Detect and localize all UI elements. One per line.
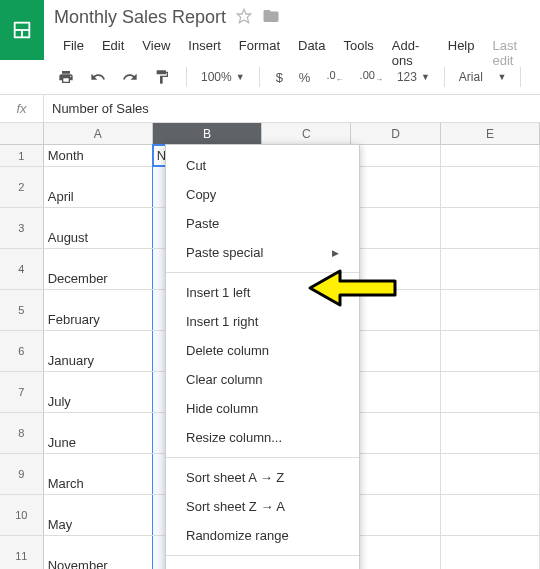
- currency-format-button[interactable]: $: [270, 66, 289, 89]
- chevron-down-icon: ▼: [498, 72, 507, 82]
- cell[interactable]: [351, 167, 441, 207]
- cell[interactable]: [441, 290, 540, 330]
- font-dropdown[interactable]: Arial ▼: [455, 70, 511, 84]
- cell[interactable]: [351, 536, 441, 569]
- print-icon[interactable]: [52, 65, 80, 89]
- cell[interactable]: [441, 167, 540, 207]
- row-header[interactable]: 5: [0, 290, 44, 330]
- cell[interactable]: [441, 495, 540, 535]
- col-header-d[interactable]: D: [351, 123, 440, 144]
- context-paste-special-label: Paste special: [186, 245, 263, 260]
- sheets-logo[interactable]: [0, 0, 44, 60]
- cell[interactable]: [441, 536, 540, 569]
- context-cut[interactable]: Cut: [166, 151, 359, 180]
- zoom-value: 100%: [201, 70, 232, 84]
- cell[interactable]: July: [44, 372, 153, 412]
- context-resize-column[interactable]: Resize column...: [166, 423, 359, 452]
- context-clear-column[interactable]: Clear column: [166, 365, 359, 394]
- row-header[interactable]: 7: [0, 372, 44, 412]
- cell[interactable]: [441, 249, 540, 289]
- col-header-a[interactable]: A: [44, 123, 153, 144]
- cell[interactable]: [351, 145, 440, 166]
- zoom-dropdown[interactable]: 100% ▼: [197, 70, 249, 84]
- row-header[interactable]: 6: [0, 331, 44, 371]
- menu-separator: [166, 555, 359, 556]
- fx-label: fx: [0, 95, 44, 122]
- menu-addons[interactable]: Add-ons: [383, 34, 439, 72]
- folder-icon[interactable]: [262, 7, 280, 28]
- cell[interactable]: June: [44, 413, 153, 453]
- row-header[interactable]: 9: [0, 454, 44, 494]
- row-header[interactable]: 3: [0, 208, 44, 248]
- cell[interactable]: [351, 331, 441, 371]
- select-all-corner[interactable]: [0, 123, 44, 144]
- cell[interactable]: January: [44, 331, 153, 371]
- svg-marker-4: [237, 9, 250, 22]
- formula-bar-input[interactable]: Number of Sales: [44, 101, 540, 116]
- cell[interactable]: December: [44, 249, 153, 289]
- font-name: Arial: [459, 70, 483, 84]
- chevron-down-icon: ▼: [421, 72, 430, 82]
- annotation-arrow: [305, 263, 405, 316]
- col-header-e[interactable]: E: [441, 123, 540, 144]
- cell[interactable]: [351, 413, 441, 453]
- cell[interactable]: [441, 454, 540, 494]
- undo-icon[interactable]: [84, 65, 112, 89]
- numfmt-label: 123: [397, 70, 417, 84]
- row-header[interactable]: 8: [0, 413, 44, 453]
- cell[interactable]: [441, 145, 540, 166]
- row-header[interactable]: 1: [0, 145, 44, 166]
- context-menu: Cut Copy Paste Paste special▶ Insert 1 l…: [165, 144, 360, 569]
- increase-decimal-button[interactable]: .00→: [354, 65, 389, 88]
- context-hide-column[interactable]: Hide column: [166, 394, 359, 423]
- context-randomize[interactable]: Randomize range: [166, 521, 359, 550]
- svg-rect-3: [23, 31, 28, 36]
- decrease-decimal-button[interactable]: .0←: [320, 65, 349, 88]
- document-title[interactable]: Monthly Sales Report: [54, 7, 226, 28]
- menu-help[interactable]: Help: [439, 34, 484, 72]
- context-copy[interactable]: Copy: [166, 180, 359, 209]
- paint-format-icon[interactable]: [148, 65, 176, 89]
- cell[interactable]: [351, 495, 441, 535]
- context-paste[interactable]: Paste: [166, 209, 359, 238]
- cell[interactable]: [441, 413, 540, 453]
- row-header[interactable]: 4: [0, 249, 44, 289]
- col-header-b[interactable]: B: [153, 123, 262, 144]
- row-header[interactable]: 2: [0, 167, 44, 207]
- percent-format-button[interactable]: %: [293, 66, 317, 89]
- last-edit-label[interactable]: Last edit: [484, 34, 541, 72]
- submenu-arrow-icon: ▶: [332, 248, 339, 258]
- cell[interactable]: [441, 331, 540, 371]
- cell[interactable]: May: [44, 495, 153, 535]
- cell[interactable]: August: [44, 208, 153, 248]
- cell[interactable]: April: [44, 167, 153, 207]
- cell[interactable]: Month: [44, 145, 153, 166]
- chevron-down-icon: ▼: [236, 72, 245, 82]
- number-format-dropdown[interactable]: 123 ▼: [393, 70, 434, 84]
- cell[interactable]: [351, 454, 441, 494]
- context-sort-az[interactable]: Sort sheet A → Z: [166, 463, 359, 492]
- row-header[interactable]: 11: [0, 536, 44, 569]
- cell[interactable]: November: [44, 536, 153, 569]
- redo-icon[interactable]: [116, 65, 144, 89]
- context-sort-za[interactable]: Sort sheet Z → A: [166, 492, 359, 521]
- col-header-c[interactable]: C: [262, 123, 351, 144]
- context-delete-column[interactable]: Delete column: [166, 336, 359, 365]
- menu-separator: [166, 457, 359, 458]
- context-get-link[interactable]: Get link to this range: [166, 561, 359, 569]
- cell[interactable]: February: [44, 290, 153, 330]
- cell[interactable]: [441, 372, 540, 412]
- cell[interactable]: March: [44, 454, 153, 494]
- cell[interactable]: [351, 372, 441, 412]
- row-header[interactable]: 10: [0, 495, 44, 535]
- cell[interactable]: [441, 208, 540, 248]
- cell[interactable]: [351, 208, 441, 248]
- svg-rect-2: [16, 31, 21, 36]
- svg-rect-1: [16, 24, 29, 29]
- star-icon[interactable]: [236, 8, 252, 27]
